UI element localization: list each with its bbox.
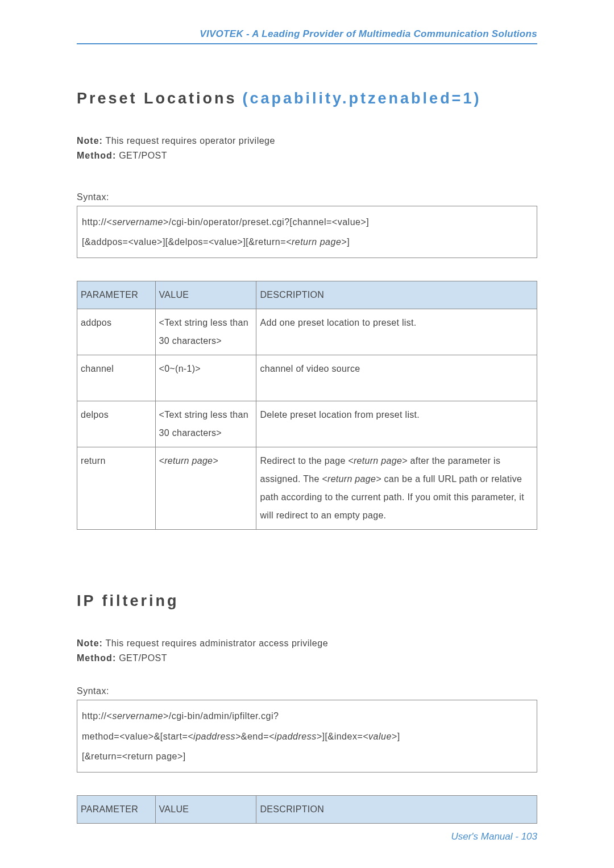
col-parameter: PARAMETER bbox=[77, 281, 156, 309]
section-heading-ip-filtering: IP filtering bbox=[77, 592, 537, 610]
cell-desc: Delete preset location from preset list. bbox=[256, 401, 537, 447]
parameters-table-2: PARAMETER VALUE DESCRIPTION bbox=[77, 795, 537, 824]
note-line-2: Note: This request requires administrato… bbox=[77, 638, 537, 649]
col-value: VALUE bbox=[155, 795, 256, 823]
note-label: Note: bbox=[77, 638, 103, 648]
syntax-line: http://<servername>/cgi-bin/admin/ipfilt… bbox=[82, 706, 532, 726]
method-line-1: Method: GET/POST bbox=[77, 151, 537, 161]
method-label: Method: bbox=[77, 151, 116, 160]
method-line-2: Method: GET/POST bbox=[77, 653, 537, 663]
note-label: Note: bbox=[77, 136, 103, 146]
col-value: VALUE bbox=[155, 281, 256, 309]
cell-param: delpos bbox=[77, 401, 156, 447]
syntax-label-1: Syntax: bbox=[77, 192, 537, 202]
note-line-1: Note: This request requires operator pri… bbox=[77, 136, 537, 146]
table-header-row: PARAMETER VALUE DESCRIPTION bbox=[77, 281, 537, 309]
note-text: This request requires administrator acce… bbox=[103, 638, 328, 648]
parameters-table-1: PARAMETER VALUE DESCRIPTION addpos <Text… bbox=[77, 281, 537, 530]
table-row: return <return page> Redirect to the pag… bbox=[77, 447, 537, 530]
syntax-line: method=<value>&[start=<ipaddress>&end=<i… bbox=[82, 726, 532, 746]
syntax-label-2: Syntax: bbox=[77, 686, 537, 696]
col-parameter: PARAMETER bbox=[77, 795, 156, 823]
cell-value: <0~(n-1)> bbox=[155, 355, 256, 401]
table-row: channel <0~(n-1)> channel of video sourc… bbox=[77, 355, 537, 401]
cell-desc: channel of video source bbox=[256, 355, 537, 401]
page-header: VIVOTEK - A Leading Provider of Multimed… bbox=[77, 28, 537, 44]
cell-desc: Redirect to the page <return page> after… bbox=[256, 447, 537, 530]
syntax-line: [&addpos=<value>][&delpos=<value>][&retu… bbox=[82, 232, 532, 252]
table-row: addpos <Text string less than 30 charact… bbox=[77, 309, 537, 355]
syntax-line: [&return=<return page>] bbox=[82, 746, 532, 766]
cell-param: return bbox=[77, 447, 156, 530]
syntax-box-1: http://<servername>/cgi-bin/operator/pre… bbox=[77, 206, 537, 258]
cell-value: <Text string less than 30 characters> bbox=[155, 309, 256, 355]
syntax-line: http://<servername>/cgi-bin/operator/pre… bbox=[82, 212, 532, 232]
method-text: GET/POST bbox=[116, 653, 167, 663]
table-header-row: PARAMETER VALUE DESCRIPTION bbox=[77, 795, 537, 823]
method-label: Method: bbox=[77, 653, 116, 663]
note-text: This request requires operator privilege bbox=[103, 136, 275, 146]
cell-param: channel bbox=[77, 355, 156, 401]
cell-value: <Text string less than 30 characters> bbox=[155, 401, 256, 447]
syntax-box-2: http://<servername>/cgi-bin/admin/ipfilt… bbox=[77, 700, 537, 773]
cell-param: addpos bbox=[77, 309, 156, 355]
table-row: delpos <Text string less than 30 charact… bbox=[77, 401, 537, 447]
method-text: GET/POST bbox=[116, 151, 167, 160]
col-description: DESCRIPTION bbox=[256, 795, 537, 823]
cell-desc: Add one preset location to preset list. bbox=[256, 309, 537, 355]
col-description: DESCRIPTION bbox=[256, 281, 537, 309]
section-heading-preset-locations: Preset Locations (capability.ptzenabled=… bbox=[77, 90, 537, 107]
page-footer: User's Manual - 103 bbox=[451, 831, 537, 842]
heading-main: Preset Locations bbox=[77, 90, 237, 107]
heading-suffix: (capability.ptzenabled=1) bbox=[243, 90, 482, 107]
cell-value: <return page> bbox=[155, 447, 256, 530]
